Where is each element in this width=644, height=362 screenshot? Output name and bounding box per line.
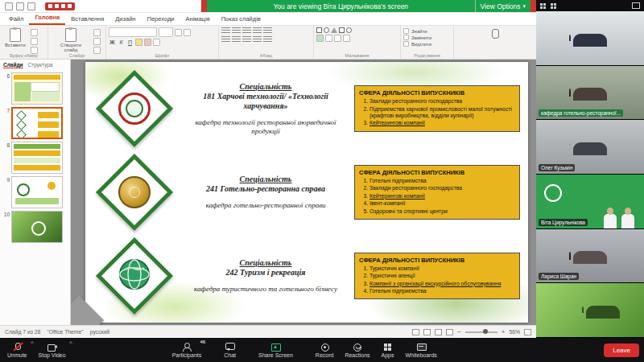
slide-thumbnail-10[interactable] — [11, 211, 63, 243]
layout-icon[interactable] — [93, 29, 101, 36]
language-indicator[interactable]: русский — [90, 329, 109, 335]
slide-thumbnail-9[interactable] — [11, 176, 63, 208]
diamond-shape[interactable] — [96, 70, 173, 147]
tab-insert[interactable]: Вставлення — [65, 14, 109, 25]
gallery-view-icon[interactable] — [540, 3, 546, 9]
panel-tab-outline[interactable]: Структура — [28, 62, 53, 68]
copy-icon[interactable] — [31, 38, 38, 45]
recording-icon[interactable] — [68, 4, 72, 8]
clear-formatting-icon[interactable] — [153, 39, 160, 46]
view-options-button[interactable]: View Options ▾ — [475, 0, 530, 12]
participants-button[interactable]: 46 Participants — [167, 338, 208, 362]
slide-thumbnail-6[interactable] — [11, 72, 63, 105]
chat-button[interactable]: Chat — [218, 338, 242, 362]
current-slide[interactable]: Спеціальність 181 Харчові технології/ «Т… — [85, 62, 528, 323]
specialty-textblock[interactable]: Спеціальність 242 Туризм і рекреація каф… — [177, 258, 354, 294]
bold-button[interactable]: Ж — [109, 39, 116, 45]
dictate-icon[interactable] — [492, 29, 499, 39]
tab-design[interactable]: Дизайн — [109, 14, 141, 25]
underline-button[interactable]: П — [126, 39, 134, 45]
notes-button[interactable] — [412, 329, 419, 335]
sphere-of-activity-box[interactable]: СФЕРА ДІЯЛЬНОСТІ ВИПУСКНИКІВ Готельні пі… — [354, 165, 520, 220]
find-button[interactable]: Знайти — [411, 29, 427, 34]
slide-thumbnail-7-selected[interactable] — [11, 107, 63, 139]
reset-icon[interactable] — [93, 38, 101, 45]
font-size-select[interactable] — [159, 27, 173, 37]
triangle-shape-icon[interactable] — [331, 27, 337, 33]
video-tile[interactable]: Олег Кузьмін — [536, 120, 644, 175]
undo-icon[interactable] — [16, 2, 24, 10]
indent-decrease-icon[interactable] — [242, 27, 251, 35]
video-tile[interactable]: кафедра готельно-ресторанної... — [536, 66, 644, 121]
stop-video-button[interactable]: Stop Video ^ — [33, 338, 72, 362]
columns-icon[interactable] — [263, 36, 272, 43]
sphere-of-activity-box[interactable]: СФЕРА ДІЯЛЬНОСТІ ВИПУСКНИКІВ Туристичні … — [354, 253, 520, 300]
replace-button[interactable]: Замінити — [411, 35, 431, 40]
fit-to-window-button[interactable] — [524, 329, 531, 335]
bullets-icon[interactable] — [221, 27, 230, 35]
recording-icon[interactable] — [48, 4, 52, 8]
diamond-shape[interactable] — [96, 154, 173, 231]
tab-animations[interactable]: Анімація — [180, 14, 215, 25]
video-tile[interactable]: Лариса Шаран — [536, 229, 644, 284]
highlight-color-icon[interactable] — [135, 39, 142, 46]
line-shape-icon[interactable] — [346, 27, 352, 33]
slideshow-view-button[interactable] — [446, 329, 453, 335]
align-right-icon[interactable] — [242, 36, 251, 43]
recording-icon[interactable] — [61, 4, 65, 8]
whiteboards-button[interactable]: Whiteboards — [400, 338, 443, 362]
justify-icon[interactable] — [253, 36, 262, 43]
select-button[interactable]: Виділити — [411, 42, 431, 47]
diamond-shape[interactable] — [96, 237, 173, 315]
theme-name[interactable]: "Office Theme" — [47, 329, 83, 335]
slide-thumbnail-8[interactable] — [11, 142, 63, 174]
shrink-font-icon[interactable] — [184, 29, 191, 36]
slide-sorter-view-button[interactable] — [435, 329, 442, 335]
specialty-textblock[interactable]: Спеціальність 181 Харчові технології/ «Т… — [177, 82, 354, 136]
line-spacing-icon[interactable] — [263, 27, 272, 35]
shape-outline-icon[interactable] — [325, 35, 332, 42]
record-button[interactable]: Record — [310, 338, 340, 362]
cut-icon[interactable] — [31, 29, 38, 36]
zoom-out-button[interactable]: − — [457, 328, 461, 335]
video-tile[interactable]: Віта Цирульнікова — [536, 175, 644, 229]
zoom-slider[interactable] — [465, 331, 497, 333]
save-icon[interactable] — [5, 2, 13, 10]
apps-button[interactable]: Apps — [376, 338, 400, 362]
font-name-select[interactable] — [109, 27, 157, 37]
sphere-of-activity-box[interactable]: СФЕРА ДІЯЛЬНОСТІ ВИПУСКНИКІВ Заклади рес… — [354, 85, 520, 132]
video-options-caret[interactable]: ^ — [69, 340, 72, 346]
grow-font-icon[interactable] — [175, 29, 182, 36]
indent-increase-icon[interactable] — [253, 27, 262, 35]
leave-button[interactable]: Leave — [604, 343, 639, 357]
shape-fill-icon[interactable] — [316, 35, 324, 42]
rectangle-shape-icon[interactable] — [316, 27, 322, 33]
share-screen-button[interactable]: Share Screen — [253, 338, 299, 362]
redo-icon[interactable] — [27, 2, 35, 10]
zoom-level[interactable]: 56% — [509, 329, 520, 335]
align-center-icon[interactable] — [232, 36, 241, 43]
tab-transitions[interactable]: Переходи — [142, 14, 180, 25]
tab-home[interactable]: Головна — [29, 12, 65, 25]
tab-slideshow[interactable]: Показ слайдів — [216, 14, 266, 25]
font-color-icon[interactable] — [144, 39, 151, 46]
normal-view-button[interactable] — [423, 329, 431, 335]
align-left-icon[interactable] — [221, 36, 230, 43]
ellipse-shape-icon[interactable] — [324, 27, 329, 33]
new-slide-button[interactable]: Створити слайд — [51, 27, 91, 53]
tab-file[interactable]: Файл — [3, 14, 29, 25]
specialty-textblock[interactable]: Спеціальність 241 Готельно-ресторанна сп… — [177, 175, 354, 210]
numbering-icon[interactable] — [232, 27, 241, 35]
arrow-shape-icon[interactable] — [339, 27, 345, 33]
paste-button[interactable]: Вставити — [2, 27, 28, 48]
recording-icon[interactable] — [55, 4, 59, 8]
speaker-view-icon[interactable] — [551, 3, 556, 9]
reactions-button[interactable]: Reactions — [339, 338, 375, 362]
italic-button[interactable]: К — [118, 39, 125, 45]
arrange-icon[interactable] — [334, 35, 341, 42]
expand-strip-icon[interactable] — [632, 2, 640, 9]
zoom-in-button[interactable]: + — [502, 328, 506, 335]
panel-tab-slides[interactable]: Слайди — [3, 62, 23, 68]
quick-styles-icon[interactable] — [343, 35, 350, 42]
video-tile[interactable] — [536, 11, 644, 66]
